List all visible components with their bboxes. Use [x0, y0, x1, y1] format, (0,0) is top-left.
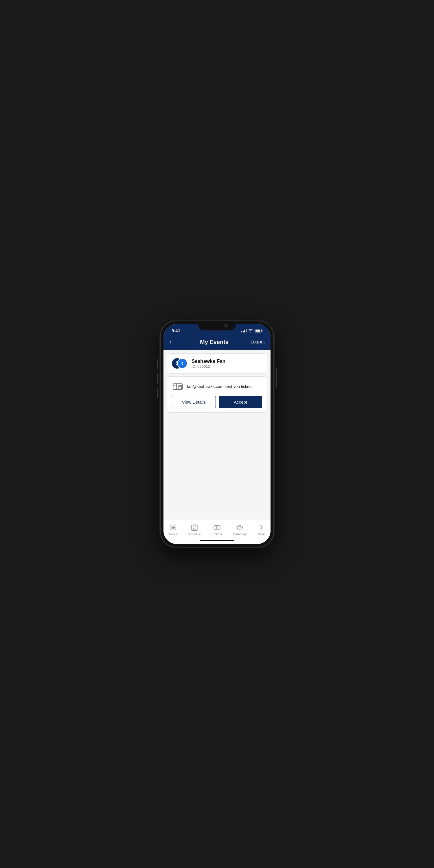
nav-header: ‹ My Events Logout: [163, 335, 271, 350]
news-icon: [169, 524, 177, 531]
tab-news[interactable]: News: [166, 523, 180, 537]
page-title: My Events: [200, 339, 228, 345]
ticket-add-icon: [172, 381, 183, 392]
main-content: S t Seahawks Fan ID: 000012: [163, 350, 271, 520]
ticket-notification-card: fan@seahawks.com sent you tickets View D…: [167, 376, 267, 412]
home-indicator: [163, 538, 271, 544]
tab-tickets-label: Tickets: [212, 532, 222, 536]
svg-text:31: 31: [193, 528, 195, 530]
tab-bar: News 31 Schedule Tickets: [163, 520, 271, 538]
tab-more-label: More: [258, 532, 265, 536]
tab-gameday[interactable]: Gameday: [230, 523, 250, 537]
avatar-t: t: [177, 358, 187, 369]
tab-schedule[interactable]: 31 Schedule: [185, 523, 204, 537]
avatar-group: S t: [172, 358, 188, 369]
front-camera: [224, 324, 228, 328]
more-icon: [257, 524, 265, 531]
gameday-icon: [236, 524, 244, 531]
svg-rect-9: [214, 526, 220, 529]
ticket-notification: fan@seahawks.com sent you tickets: [172, 381, 262, 392]
ticket-actions: View Details Accept: [172, 396, 262, 408]
battery-icon: [255, 329, 262, 333]
view-details-button[interactable]: View Details: [172, 396, 216, 408]
tab-schedule-label: Schedule: [188, 532, 201, 536]
schedule-icon: 31: [191, 524, 198, 531]
ticket-icon-wrap: [172, 381, 183, 392]
tab-tickets[interactable]: Tickets: [209, 523, 225, 537]
user-id: ID: 000012: [191, 364, 225, 369]
user-name: Seahawks Fan: [191, 359, 225, 364]
signal-icon: [241, 329, 247, 333]
ticket-message: fan@seahawks.com sent you tickets: [187, 384, 253, 389]
tab-news-label: News: [169, 532, 177, 536]
wifi-icon: [248, 329, 253, 333]
logout-button[interactable]: Logout: [251, 339, 265, 345]
tab-gameday-label: Gameday: [233, 532, 247, 536]
tab-more[interactable]: More: [255, 523, 268, 537]
status-icons: [241, 329, 262, 333]
svg-point-10: [237, 526, 243, 529]
user-info: Seahawks Fan ID: 000012: [191, 359, 225, 369]
notch: [198, 321, 236, 331]
status-time: 9:41: [172, 328, 180, 333]
phone-frame: 9:41 ‹ My Events Logout: [161, 321, 273, 547]
user-card: S t Seahawks Fan ID: 000012: [167, 353, 267, 374]
tickets-icon: [213, 524, 221, 531]
phone-screen: 9:41 ‹ My Events Logout: [163, 324, 271, 544]
accept-button[interactable]: Accept: [219, 396, 262, 408]
home-bar: [199, 540, 235, 541]
back-button[interactable]: ‹: [169, 338, 178, 346]
